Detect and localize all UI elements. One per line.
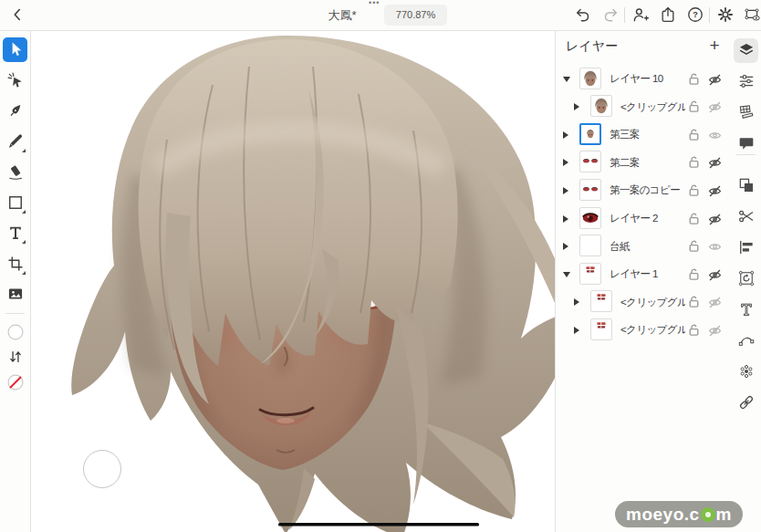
disclosure-collapsed-icon[interactable] — [574, 298, 579, 306]
arrange-rail-button[interactable] — [734, 173, 758, 198]
unlock-icon[interactable] — [687, 155, 701, 169]
disclosure-expanded-icon[interactable] — [563, 272, 570, 277]
layer-thumbnail[interactable] — [579, 263, 601, 285]
link-rail-button[interactable] — [734, 391, 758, 415]
layer-row[interactable]: 台紙 — [556, 232, 732, 259]
unlock-icon[interactable] — [687, 99, 701, 113]
flyout-corner-icon — [22, 240, 26, 244]
rightrail-divider — [736, 154, 756, 155]
curve-path-rail-button[interactable] — [734, 329, 758, 353]
eye-hidden-icon[interactable] — [707, 213, 723, 224]
eye-hidden-icon[interactable] — [707, 184, 723, 196]
unlock-icon[interactable] — [687, 323, 701, 337]
watermark-logo: moeyo.cm — [615, 501, 743, 527]
zoom-level-badge[interactable]: 770.87% — [384, 5, 447, 26]
layer-row[interactable]: <クリップグルー… — [556, 287, 732, 315]
layer-row[interactable]: <クリップグルー… — [556, 316, 732, 343]
fill-color-control[interactable] — [3, 320, 27, 345]
stroke-color-control[interactable] — [3, 370, 27, 395]
disclosure-collapsed-icon[interactable] — [563, 215, 568, 223]
unlock-icon[interactable] — [687, 183, 701, 197]
undo-button[interactable] — [569, 0, 597, 29]
view-options-icon — [744, 5, 761, 24]
pen-tool[interactable] — [3, 99, 27, 123]
invite-user-button[interactable] — [627, 0, 654, 29]
direct-select-icon — [6, 71, 25, 89]
layer-thumbnail[interactable] — [579, 235, 601, 256]
align-rail-button[interactable] — [734, 235, 758, 260]
layers-rail-button[interactable] — [734, 38, 758, 63]
eye-hidden-icon[interactable] — [707, 73, 723, 85]
swap-colors-control[interactable] — [3, 345, 27, 370]
crop-tool[interactable] — [3, 252, 27, 276]
eye-hidden-icon[interactable] — [707, 156, 723, 168]
disclosure-collapsed-icon[interactable] — [563, 131, 568, 139]
layer-row[interactable]: 第三案 — [556, 120, 732, 148]
disclosure-collapsed-icon[interactable] — [563, 243, 568, 250]
scissors-rail-button[interactable] — [734, 204, 758, 229]
repeat-rail-button[interactable] — [734, 266, 758, 291]
layer-row[interactable]: 第一案のコピー — [556, 176, 732, 203]
layer-row[interactable]: レイヤー 10 — [556, 65, 732, 92]
layer-thumbnail[interactable] — [579, 179, 601, 201]
disclosure-collapsed-icon[interactable] — [563, 159, 568, 166]
layer-label: レイヤー 1 — [610, 267, 685, 281]
layers-panel-title: レイヤー — [566, 38, 618, 55]
unlock-icon[interactable] — [687, 267, 701, 281]
back-button[interactable] — [4, 0, 31, 29]
layer-thumbnail[interactable] — [590, 95, 612, 117]
layer-thumbnail[interactable] — [579, 151, 601, 172]
disclosure-expanded-icon[interactable] — [563, 77, 570, 82]
type-settings-rail-button[interactable] — [734, 297, 758, 322]
unlock-icon[interactable] — [687, 239, 701, 253]
shape-tool[interactable] — [3, 191, 27, 215]
layer-thumbnail[interactable] — [590, 290, 612, 312]
unlock-icon[interactable] — [687, 72, 701, 86]
redo-button[interactable] — [597, 0, 624, 29]
type-tool[interactable] — [3, 221, 27, 245]
place-image-tool[interactable] — [3, 282, 27, 307]
select-tool[interactable] — [3, 37, 27, 62]
layer-row[interactable]: 第二案 — [556, 148, 732, 175]
layer-thumbnail[interactable] — [579, 207, 601, 229]
eraser-tool[interactable] — [3, 160, 27, 184]
layer-thumbnail[interactable] — [579, 68, 601, 89]
unlock-icon[interactable] — [687, 128, 701, 141]
layer-thumbnail[interactable] — [579, 123, 601, 145]
layer-row[interactable]: <クリップグルー… — [556, 92, 732, 120]
view-options-button[interactable] — [739, 0, 761, 29]
add-layer-button[interactable]: + — [705, 35, 724, 57]
canvas-surface[interactable] — [30, 30, 555, 532]
disclosure-collapsed-icon[interactable] — [574, 327, 579, 334]
eye-hidden-icon[interactable] — [707, 268, 723, 280]
unlock-icon[interactable] — [687, 212, 701, 225]
eye-hidden-icon[interactable] — [707, 296, 723, 308]
svg-text:?: ? — [693, 10, 698, 19]
type-settings-icon — [737, 300, 756, 318]
comments-rail-button[interactable] — [734, 131, 758, 156]
share-export-button[interactable] — [654, 0, 682, 29]
eye-hidden-icon[interactable] — [707, 324, 723, 336]
layer-row[interactable]: レイヤー 2 — [556, 204, 732, 232]
eye-hidden-icon[interactable] — [707, 100, 723, 112]
properties-sliders-rail-button[interactable] — [734, 69, 758, 94]
layer-row[interactable]: レイヤー 1 — [556, 260, 732, 287]
eye-visible-icon[interactable] — [707, 240, 723, 252]
disclosure-collapsed-icon[interactable] — [563, 187, 568, 194]
topbar-divider — [624, 7, 625, 23]
pencil-tool[interactable] — [3, 130, 27, 154]
document-menu-dots[interactable]: ••• — [369, 0, 380, 7]
layer-thumbnail[interactable] — [590, 318, 612, 340]
unlock-icon[interactable] — [687, 295, 701, 308]
select-icon — [6, 40, 25, 58]
invite-user-icon — [631, 5, 650, 24]
help-button[interactable]: ? — [682, 0, 709, 29]
disclosure-collapsed-icon[interactable] — [574, 103, 579, 110]
direct-select-tool[interactable] — [3, 68, 27, 93]
flyout-corner-icon — [22, 271, 26, 275]
libraries-rail-button[interactable] — [734, 100, 758, 125]
shape-builder-rail-button[interactable] — [734, 360, 758, 384]
eye-visible-icon[interactable] — [707, 129, 723, 141]
settings-gear-button[interactable] — [712, 0, 739, 29]
touch-shortcut-control[interactable] — [83, 450, 121, 488]
